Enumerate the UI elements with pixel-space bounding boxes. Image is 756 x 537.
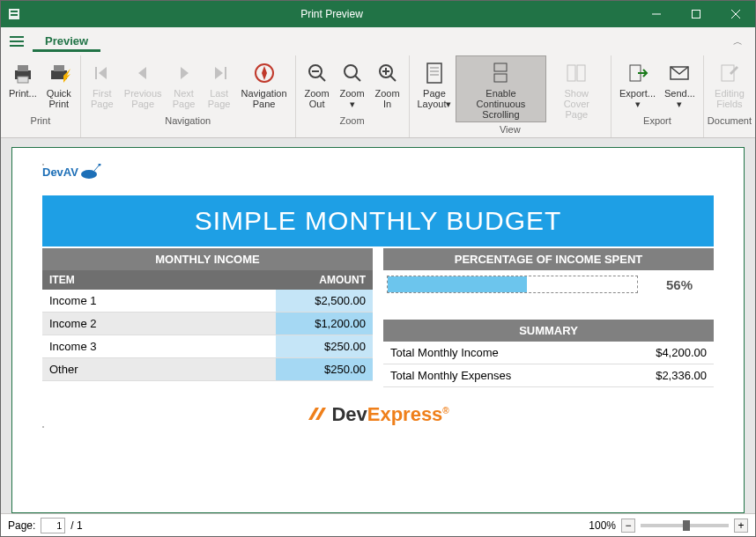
status-bar: Page: / 1 100% − +	[1, 513, 755, 536]
svg-rect-16	[225, 67, 226, 79]
svg-rect-15	[95, 67, 97, 79]
last-page-icon	[210, 58, 229, 88]
pct-bar-fill	[388, 276, 527, 292]
group-view: Page Layout▾ Enable Continuous Scrolling…	[410, 55, 611, 137]
editing-fields-button: Editing Fields	[710, 55, 749, 114]
first-page-button: First Page	[85, 55, 120, 114]
previous-page-button: Previous Page	[120, 55, 167, 114]
zoom-in-small-button[interactable]: +	[734, 519, 748, 533]
svg-line-19	[320, 76, 325, 81]
export-button[interactable]: Export... ▾	[615, 55, 660, 114]
continuous-scroll-icon	[489, 58, 512, 88]
svg-line-24	[390, 76, 396, 81]
window-title: Print Preview	[27, 8, 636, 20]
footer-logo: DevExpress®	[42, 403, 714, 426]
svg-rect-2	[11, 14, 18, 16]
navigation-pane-button[interactable]: Navigation Pane	[237, 55, 292, 114]
pct-row: 56%	[383, 270, 714, 298]
col-amount: AMOUNT	[312, 270, 373, 290]
svg-rect-34	[577, 65, 585, 81]
title-bar: Print Preview	[1, 1, 755, 27]
table-row: Other$250.00	[42, 358, 373, 381]
document-title: SIMPLE MONTHLY BUDGET	[42, 195, 714, 246]
svg-rect-33	[567, 65, 575, 81]
svg-rect-27	[427, 63, 441, 83]
devexpress-icon	[307, 404, 326, 423]
first-page-icon	[93, 58, 112, 88]
zoom-in-button[interactable]: Zoom In	[370, 55, 405, 114]
zoom-level: 100%	[589, 519, 616, 532]
page-layout-button[interactable]: Page Layout▾	[413, 55, 456, 114]
zoom-track[interactable]	[641, 524, 729, 527]
zoom-in-icon	[377, 58, 398, 88]
close-button[interactable]	[715, 1, 755, 27]
svg-rect-7	[10, 36, 24, 38]
cover-page-icon	[565, 58, 588, 88]
summary-row: Total Monthly Income$4,200.00	[383, 342, 714, 364]
envelope-icon	[669, 58, 690, 88]
page-label: Page:	[8, 519, 35, 532]
quick-print-icon	[48, 58, 70, 88]
collapse-ribbon-button[interactable]: ︿	[730, 32, 746, 52]
svg-point-38	[81, 170, 97, 179]
group-document: Editing Fields Document	[704, 55, 755, 137]
zoom-icon	[342, 58, 363, 88]
preview-viewport[interactable]: DevAV SIMPLE MONTHLY BUDGET MONTHLY INCO…	[1, 138, 755, 513]
zoom-out-button[interactable]: Zoom Out	[300, 55, 335, 114]
send-button[interactable]: Send... ▾	[660, 55, 700, 114]
page-total: / 1	[70, 519, 82, 532]
zoom-out-small-button[interactable]: −	[621, 519, 635, 533]
group-export: Export... ▾ Send... ▾ Export	[611, 55, 704, 137]
file-menu-button[interactable]	[4, 31, 29, 52]
export-icon	[627, 58, 649, 88]
col-item: ITEM	[42, 270, 312, 290]
svg-rect-14	[54, 65, 64, 71]
next-page-button: Next Page	[167, 55, 202, 114]
svg-rect-12	[18, 77, 28, 83]
svg-rect-4	[692, 11, 700, 18]
minimize-button[interactable]	[636, 1, 676, 27]
pct-bar	[387, 276, 638, 293]
print-button[interactable]: Print...	[4, 55, 41, 114]
summary-row: Total Monthly Expenses$2,336.00	[383, 364, 714, 387]
maximize-button[interactable]	[676, 1, 715, 27]
group-label-navigation: Navigation	[165, 114, 211, 129]
group-zoom: Zoom Out Zoom ▾ Zoom In Zoom	[296, 55, 410, 137]
logo-icon	[80, 164, 101, 180]
group-label-export: Export	[643, 114, 671, 129]
pct-value: 56%	[649, 277, 710, 292]
svg-rect-8	[10, 40, 24, 42]
page-preview: DevAV SIMPLE MONTHLY BUDGET MONTHLY INCO…	[11, 147, 745, 513]
group-label-zoom: Zoom	[340, 114, 365, 129]
svg-rect-9	[10, 45, 24, 47]
page-layout-icon	[425, 58, 444, 88]
summary-header: SUMMARY	[383, 320, 714, 342]
svg-rect-31	[494, 63, 507, 71]
zoom-button[interactable]: Zoom ▾	[335, 55, 370, 114]
page-number-input[interactable]	[41, 518, 65, 533]
svg-line-22	[355, 76, 360, 81]
ribbon: Print... Quick Print Print First Page Pr…	[1, 52, 755, 138]
continuous-scrolling-button[interactable]: Enable Continuous Scrolling	[456, 55, 545, 122]
tab-preview[interactable]: Preview	[33, 31, 100, 52]
zoom-slider: − +	[621, 519, 748, 533]
table-row: Income 3$250.00	[42, 335, 373, 358]
last-page-button: Last Page	[202, 55, 237, 114]
income-column: MONTHLY INCOME ITEM AMOUNT Income 1$2,50…	[42, 248, 373, 387]
show-cover-page-button: Show Cover Page	[546, 55, 607, 122]
group-label-document: Document	[708, 114, 752, 129]
editing-fields-icon	[719, 58, 740, 88]
svg-rect-1	[11, 11, 18, 12]
zoom-out-icon	[307, 58, 328, 88]
app-icon	[1, 7, 27, 21]
quick-print-button[interactable]: Quick Print	[41, 55, 77, 114]
group-label-view: View	[500, 122, 521, 137]
printer-icon	[11, 58, 34, 88]
table-row: Income 2$1,200.00	[42, 313, 373, 335]
group-navigation: First Page Previous Page Next Page Last …	[81, 55, 296, 137]
income-column-headers: ITEM AMOUNT	[42, 270, 373, 290]
svg-rect-11	[18, 65, 28, 71]
prev-page-icon	[133, 58, 152, 88]
zoom-thumb[interactable]	[683, 520, 690, 531]
tab-strip: Preview ︿	[1, 27, 755, 52]
